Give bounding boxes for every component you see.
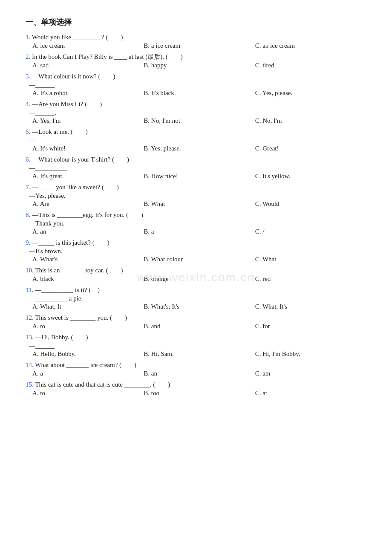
question-12-option-2: B. and	[144, 323, 255, 330]
question-11: 11. —__________ is it? ( ）—__________ a …	[26, 286, 366, 310]
question-5-text: —Look at me. ( )	[32, 128, 88, 135]
question-7-line: 7. —_____ you like a sweet? ( )	[26, 183, 366, 191]
question-6-text: —What colour is your T-shirt? ( )	[32, 156, 129, 163]
question-15-num: 15.	[26, 381, 35, 388]
question-4-option-3: C. No, I'm	[255, 117, 366, 124]
question-3-option-3: C. Yes, please.	[255, 90, 366, 97]
question-3: 3. —What colour is it now? ( )—______A. …	[26, 72, 366, 97]
question-15-option-3: C. at	[255, 390, 366, 397]
question-13-answer-line: —______	[29, 342, 366, 350]
question-3-text: —What colour is it now? ( )	[32, 73, 115, 80]
question-14-option-1: A. a	[32, 370, 144, 377]
question-8-num: 8.	[26, 211, 32, 218]
question-9-option-2: B. What colour	[144, 256, 255, 263]
question-15-options: A. toB. tooC. at	[32, 390, 366, 397]
question-14-num: 14.	[26, 361, 35, 368]
question-9-num: 9.	[26, 239, 32, 246]
question-5-options: A. It's white!B. Yes, please.C. Great!	[32, 145, 366, 152]
question-9-option-1: A. What's	[32, 256, 144, 263]
question-14: 14. What about _______ ice cream? ( )A. …	[26, 361, 366, 377]
question-10-option-2: B. orange	[144, 275, 255, 283]
question-12-option-3: C. for	[255, 323, 366, 330]
section-title: 一、单项选择	[26, 17, 366, 27]
question-6-num: 6.	[26, 156, 32, 163]
question-1-options: A. ice creamB. a ice creamC. an ice crea…	[32, 42, 366, 49]
question-10-num: 10.	[26, 267, 35, 274]
question-15-option-1: A. to	[32, 390, 144, 397]
question-2-line: 2. In the book Can I Play? Billy is ____…	[26, 53, 366, 61]
question-11-option-1: A. What; It	[32, 303, 144, 310]
question-10-options: A. blackB. orangeC. red	[32, 275, 366, 283]
question-11-answer-line: —__________ a pie.	[29, 295, 366, 302]
question-6-option-2: B. How nice!	[144, 173, 255, 180]
question-6: 6. —What colour is your T-shirt? ( )—___…	[26, 156, 366, 180]
question-9-options: A. What'sB. What colourC. What	[32, 256, 366, 263]
question-13-line: 13. —Hi, Bobby. ( )	[26, 333, 366, 341]
question-11-option-2: B. What's; It's	[144, 303, 255, 310]
question-2-option-1: A. sad	[32, 62, 144, 69]
question-9-text: —_____ is this jacket? ( )	[32, 239, 110, 246]
question-6-option-1: A. It's great.	[32, 173, 144, 180]
question-4-option-2: B. No, I'm not	[144, 117, 255, 124]
question-10: 10. This is an _______ toy car. ( )A. bl…	[26, 266, 366, 283]
question-13-option-2: B. Hi, Sam.	[144, 350, 255, 358]
question-4-text: —Are you Miss Li? ( )	[32, 101, 102, 107]
question-5-option-3: C. Great!	[255, 145, 366, 152]
question-3-option-1: A. It's a robot.	[32, 90, 144, 97]
question-8-options: A. anB. aC. /	[32, 228, 366, 235]
question-11-options: A. What; ItB. What's; It'sC. What; It's	[32, 303, 366, 310]
question-5-num: 5.	[26, 128, 32, 135]
question-7-options: A. AreB. WhatC. Would	[32, 200, 366, 208]
question-6-options: A. It's great.B. How nice!C. It's yellow…	[32, 173, 366, 180]
question-5-answer-line: —__________	[29, 137, 366, 144]
question-13: 13. —Hi, Bobby. ( )—______A. Hello, Bobb…	[26, 333, 366, 358]
question-2-text: In the book Can I Play? Billy is ____ at…	[32, 53, 183, 60]
question-12-line: 12. This sweet is ________ you. ( )	[26, 314, 366, 322]
question-4-num: 4.	[26, 101, 32, 107]
question-7: 7. —_____ you like a sweet? ( )—Yes, ple…	[26, 183, 366, 208]
question-15-option-2: B. too	[144, 390, 255, 397]
question-15: 15. This cat is cute and that cat is cut…	[26, 381, 366, 397]
question-7-option-1: A. Are	[32, 200, 144, 208]
question-4-line: 4. —Are you Miss Li? ( )	[26, 100, 366, 108]
question-13-options: A. Hello, Bobby.B. Hi, Sam.C. Hi, I'm Bo…	[32, 350, 366, 358]
question-4-answer-line: —______.	[29, 109, 366, 116]
question-9-line: 9. —_____ is this jacket? ( )	[26, 239, 366, 247]
question-14-options: A. aB. anC. am	[32, 370, 366, 377]
question-7-num: 7.	[26, 184, 32, 191]
question-5-option-1: A. It's white!	[32, 145, 144, 152]
question-12-options: A. toB. andC. for	[32, 323, 366, 330]
question-3-option-2: B. It's black.	[144, 90, 255, 97]
question-7-option-2: B. What	[144, 200, 255, 208]
question-4-options: A. Yes, I'mB. No, I'm notC. No, I'm	[32, 117, 366, 124]
question-14-line: 14. What about _______ ice cream? ( )	[26, 361, 366, 369]
question-10-option-1: A. black	[32, 275, 144, 283]
question-9: 9. —_____ is this jacket? ( )—It's brown…	[26, 239, 366, 263]
question-11-text: —__________ is it? ( ）	[35, 286, 104, 293]
question-5-option-2: B. Yes, please.	[144, 145, 255, 152]
question-1-text: Would you like _________? ( )	[32, 34, 123, 40]
question-11-line: 11. —__________ is it? ( ）	[26, 286, 366, 294]
question-12: 12. This sweet is ________ you. ( )A. to…	[26, 314, 366, 330]
question-6-answer-line: —__________	[29, 165, 366, 172]
question-5: 5. —Look at me. ( )—__________A. It's wh…	[26, 128, 366, 152]
question-9-answer-line: —It's brown.	[29, 248, 366, 255]
question-8-option-3: C. /	[255, 228, 366, 235]
question-1-option-2: B. a ice cream	[144, 42, 255, 49]
question-13-option-1: A. Hello, Bobby.	[32, 350, 144, 358]
question-13-option-3: C. Hi, I'm Bobby.	[255, 350, 366, 358]
question-2-option-3: C. tired	[255, 62, 366, 69]
question-12-num: 12.	[26, 314, 35, 321]
question-14-option-3: C. am	[255, 370, 366, 377]
question-14-option-2: B. an	[144, 370, 255, 377]
question-4: 4. —Are you Miss Li? ( )—______.A. Yes, …	[26, 100, 366, 124]
question-10-text: This is an _______ toy car. ( )	[35, 267, 123, 274]
question-14-text: What about _______ ice cream? ( )	[35, 361, 136, 368]
question-1-option-1: A. ice cream	[32, 42, 144, 49]
question-8: 8. —This is ________egg. It's for you. (…	[26, 211, 366, 235]
question-2: 2. In the book Can I Play? Billy is ____…	[26, 53, 366, 69]
question-12-option-1: A. to	[32, 323, 144, 330]
question-9-option-3: C. What	[255, 256, 366, 263]
question-8-answer-line: —Thank you.	[29, 220, 366, 227]
question-11-num: 11.	[26, 286, 35, 293]
